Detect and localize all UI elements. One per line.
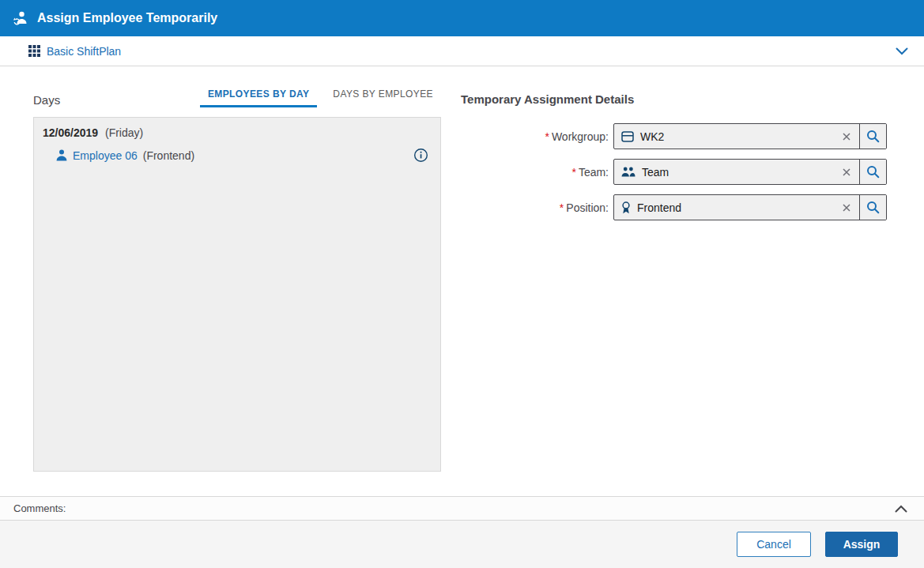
details-section-title: Temporary Assignment Details <box>461 92 634 106</box>
tab-employees-by-day[interactable]: EMPLOYEES BY DAY <box>200 85 317 107</box>
search-icon[interactable] <box>859 195 886 220</box>
shiftplan-bar: Basic ShiftPlan <box>0 36 924 66</box>
tab-label: EMPLOYEES BY DAY <box>208 88 309 100</box>
view-tabs: EMPLOYEES BY DAY DAYS BY EMPLOYEE <box>200 85 441 107</box>
team-field[interactable]: Team <box>613 159 887 185</box>
position-icon <box>614 201 637 214</box>
comments-bar: Comments: <box>0 496 924 521</box>
assign-button[interactable]: Assign <box>825 532 898 557</box>
required-marker: * <box>560 201 564 214</box>
employee-role: (Frontend) <box>143 149 194 162</box>
team-icon <box>614 167 642 177</box>
employee-name-link[interactable]: Employee 06 <box>73 149 138 162</box>
chevron-up-icon[interactable] <box>892 502 911 516</box>
clear-icon[interactable] <box>834 168 859 176</box>
clear-icon[interactable] <box>834 133 859 141</box>
day-name: (Friday) <box>105 126 143 139</box>
grid-icon <box>28 45 40 57</box>
search-icon[interactable] <box>859 124 886 149</box>
label-text: Team: <box>579 166 609 179</box>
workgroup-label: *Workgroup: <box>461 130 613 143</box>
cancel-button[interactable]: Cancel <box>737 532 811 557</box>
main-content: Days EMPLOYEES BY DAY DAYS BY EMPLOYEE 1… <box>0 66 924 496</box>
shiftplan-label: Basic ShiftPlan <box>47 45 121 58</box>
workgroup-value: WK2 <box>640 130 834 143</box>
workgroup-field[interactable]: WK2 <box>613 123 887 149</box>
page-title: Assign Employee Temporarily <box>37 11 217 25</box>
position-field[interactable]: Frontend <box>613 194 887 220</box>
team-label: *Team: <box>461 166 613 179</box>
position-label: *Position: <box>461 201 613 214</box>
form-row-workgroup: *Workgroup: WK2 <box>461 123 887 149</box>
days-section-title: Days <box>33 93 60 107</box>
info-icon[interactable] <box>413 148 428 163</box>
date-value: 12/06/2019 <box>43 126 98 139</box>
tab-days-by-employee[interactable]: DAYS BY EMPLOYEE <box>325 85 441 107</box>
form-row-team: *Team: Team <box>461 159 887 185</box>
comments-label: Comments: <box>13 502 66 514</box>
clear-icon[interactable] <box>834 204 859 212</box>
required-marker: * <box>571 166 575 179</box>
details-form: *Workgroup: WK2 <box>461 123 887 230</box>
team-value: Team <box>642 166 834 179</box>
required-marker: * <box>545 130 549 143</box>
label-text: Position: <box>566 201 609 214</box>
date-row: 12/06/2019 (Friday) <box>34 118 440 141</box>
chevron-down-icon[interactable] <box>892 44 911 58</box>
position-value: Frontend <box>637 201 834 214</box>
app-header: Assign Employee Temporarily <box>0 0 924 36</box>
form-row-position: *Position: Frontend <box>461 194 887 220</box>
employee-row: Employee 06 (Frontend) <box>34 141 440 163</box>
workgroup-icon <box>614 131 640 142</box>
search-icon[interactable] <box>859 160 886 184</box>
days-list-panel: 12/06/2019 (Friday) Employee 06 (Fronten… <box>33 117 441 472</box>
assign-employee-icon <box>13 10 29 26</box>
footer-bar: Cancel Assign <box>0 521 924 568</box>
label-text: Workgroup: <box>552 130 609 143</box>
user-icon <box>56 149 67 161</box>
tab-label: DAYS BY EMPLOYEE <box>333 88 433 100</box>
